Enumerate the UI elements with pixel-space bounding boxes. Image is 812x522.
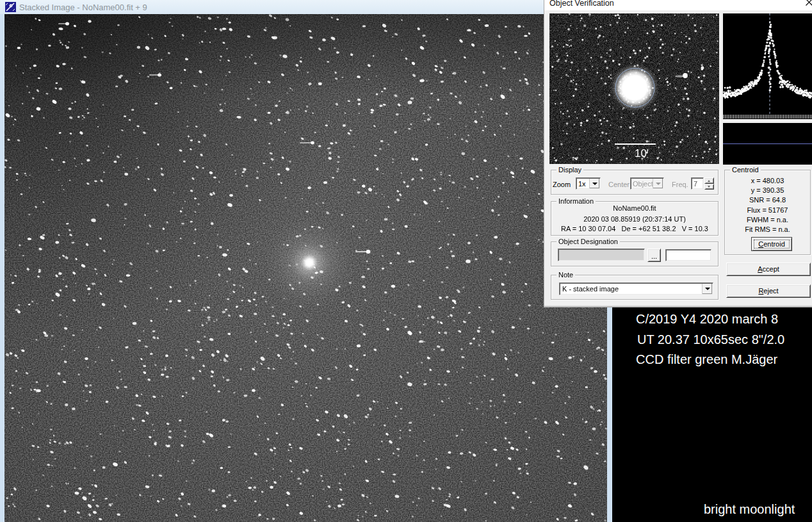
svg-text:10': 10' [635, 147, 649, 159]
